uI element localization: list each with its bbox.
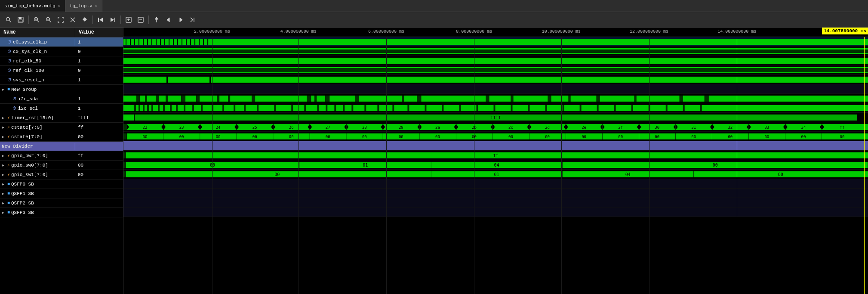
tab-tg[interactable]: tg_top.v ✕ xyxy=(65,0,102,12)
signal-row-gpio-sw1[interactable]: ▶ ⚡ gpio_sw1[7:0] 00 xyxy=(0,170,123,179)
signal-row-cstate2[interactable]: ▶ ⚡ cstate[7:0] 00 xyxy=(0,132,123,142)
signal-row-qsfp3[interactable]: ▶ ■ QSFP3 SB xyxy=(0,208,123,217)
svg-rect-134 xyxy=(351,105,353,111)
signal-row-gpio-sw0[interactable]: ▶ ⚡ gpio_sw0[7:0] 00 xyxy=(0,161,123,170)
waveform-area[interactable]: ffff 22 23 xyxy=(123,37,868,294)
svg-rect-64 xyxy=(140,96,145,102)
tab-sim-close[interactable]: ✕ xyxy=(58,3,61,9)
svg-rect-38 xyxy=(151,39,152,45)
expand-qsfp2[interactable]: ▶ xyxy=(2,201,6,206)
svg-text:00: 00 xyxy=(691,135,696,139)
step-last-button[interactable] xyxy=(188,14,198,26)
signal-row-qsfp0[interactable]: ▶ ■ QSFP0 SB xyxy=(0,179,123,189)
svg-rect-70 xyxy=(168,96,181,102)
expand-qsfp3[interactable]: ▶ xyxy=(2,210,6,215)
signal-label-i2c-sda: i2c_sda xyxy=(18,96,38,102)
zoom-in-button[interactable] xyxy=(31,14,42,26)
waveform-panel[interactable]: 14.007890000 ms 2.000000000 ms 4.0000000… xyxy=(123,28,868,294)
signal-value-qsfp0 xyxy=(75,183,123,185)
signal-row-qsfp2[interactable]: ▶ ■ QSFP2 SB xyxy=(0,198,123,208)
signal-row-i2c-scl[interactable]: ⏱ i2c_scl 1 xyxy=(0,104,123,113)
svg-rect-45 xyxy=(182,39,182,45)
svg-marker-27 xyxy=(180,18,182,22)
group-icon-qsfp0: ■ xyxy=(7,182,10,186)
svg-rect-34 xyxy=(134,39,135,45)
svg-rect-55 xyxy=(123,58,868,64)
expand-cstate2[interactable]: ▶ xyxy=(2,134,6,139)
svg-rect-65 xyxy=(145,96,147,102)
signal-label-qsfp1: QSFP1 SB xyxy=(11,191,34,196)
svg-rect-54 xyxy=(123,53,868,54)
signal-row-cstate1[interactable]: ▶ ⚡ cstate[7:0] ff xyxy=(0,123,123,132)
wave-svg-cstate2: /* handled below */ 00 00 00 00 xyxy=(123,132,868,141)
signal-row-c0-sys-clk-p[interactable]: ⏱ c0_sys_clk_p 1 xyxy=(0,37,123,47)
signal-row-gpio-pwr[interactable]: ▶ ⚡ gpio_pwr[7:0] ff xyxy=(0,151,123,161)
tab-sim[interactable]: sim_top_behav.wcfg ✕ xyxy=(0,0,65,12)
svg-rect-117 xyxy=(170,105,172,111)
signal-row-timer-rst[interactable]: ▶ ⚡ timer_rst[15:0] ffff xyxy=(0,113,123,123)
svg-rect-156 xyxy=(123,115,134,121)
svg-rect-66 xyxy=(147,96,156,102)
save-button[interactable] xyxy=(15,14,26,26)
clock-icon-i2c-sda: ⏱ xyxy=(12,96,17,102)
svg-text:00: 00 xyxy=(618,135,623,139)
signal-row-ref-clk-100[interactable]: ⏱ ref_clk_100 0 xyxy=(0,66,123,75)
wave-svg-gpio-pwr: ff xyxy=(123,151,868,160)
add-trace-button[interactable] xyxy=(123,14,134,26)
bus-icon-gpio-pwr: ⚡ xyxy=(7,153,10,158)
expand-gpio-sw1[interactable]: ▶ xyxy=(2,172,6,177)
svg-rect-48 xyxy=(194,39,195,45)
signal-label-c0-sys-clk-n: c0_sys_clk_n xyxy=(13,49,47,54)
expand-timer-rst[interactable]: ▶ xyxy=(2,115,6,121)
select-button[interactable] xyxy=(68,14,78,26)
expand-gpio-pwr[interactable]: ▶ xyxy=(2,153,6,158)
step-next-button[interactable] xyxy=(175,14,186,26)
svg-rect-41 xyxy=(164,39,165,45)
bus-icon-gpio-sw1: ⚡ xyxy=(7,172,10,177)
svg-rect-47 xyxy=(190,39,191,45)
signal-row-new-group[interactable]: ▶ ■ New Group xyxy=(0,85,123,94)
step-prev-button[interactable] xyxy=(163,14,174,26)
svg-text:00: 00 xyxy=(728,135,733,139)
svg-rect-35 xyxy=(139,39,139,45)
marker-button[interactable] xyxy=(80,14,90,26)
svg-rect-133 xyxy=(343,105,345,111)
panel-header: Name Value xyxy=(0,28,123,37)
go-end-button[interactable] xyxy=(108,14,118,26)
go-start-button[interactable] xyxy=(95,14,106,26)
ruler-marks-area: 2.000000000 ms 4.000000000 ms 6.00000000… xyxy=(123,28,868,37)
expand-new-group[interactable]: ▶ xyxy=(2,87,6,92)
svg-rect-84 xyxy=(317,96,325,102)
signal-value-ref-clk-50: 1 xyxy=(75,58,123,65)
expand-qsfp0[interactable]: ▶ xyxy=(2,182,6,187)
svg-rect-302 xyxy=(123,152,126,158)
signal-row-qsfp1[interactable]: ▶ ■ QSFP1 SB xyxy=(0,189,123,198)
waveform-cstate1: 22 23 24 25 xyxy=(123,122,868,132)
svg-rect-128 xyxy=(291,105,293,111)
fit-button[interactable] xyxy=(55,14,66,26)
expand-gpio-sw0[interactable]: ▶ xyxy=(2,163,6,168)
signal-row-sys-reset[interactable]: ⏱ sys_reset_n 1 xyxy=(0,75,123,85)
signal-row-c0-sys-clk-n[interactable]: ⏱ c0_sys_clk_n 0 xyxy=(0,47,123,56)
svg-rect-93 xyxy=(486,96,489,102)
remove-trace-button[interactable] xyxy=(135,14,146,26)
svg-rect-148 xyxy=(580,105,582,111)
wave-svg-timer-rst: ffff xyxy=(123,113,868,122)
tab-tg-close[interactable]: ✕ xyxy=(95,3,98,9)
signal-label-timer-rst: timer_rst[15:0] xyxy=(11,115,54,121)
search-button[interactable] xyxy=(3,14,14,26)
signal-list[interactable]: ⏱ c0_sys_clk_p 1 ⏱ c0_sys_clk_n 0 ⏱ xyxy=(0,37,123,294)
svg-rect-106 xyxy=(683,96,705,102)
expand-cstate1[interactable]: ▶ xyxy=(2,125,6,130)
expand-qsfp1[interactable]: ▶ xyxy=(2,191,6,196)
step-up-button[interactable] xyxy=(151,14,162,26)
zoom-out-button[interactable] xyxy=(43,14,54,26)
svg-rect-119 xyxy=(184,105,185,111)
signal-row-ref-clk-50[interactable]: ⏱ ref_clk_50 1 xyxy=(0,56,123,66)
svg-rect-31 xyxy=(123,39,868,45)
svg-text:00: 00 xyxy=(655,135,659,139)
signal-row-i2c-sda[interactable]: ⏱ i2c_sda 1 xyxy=(0,94,123,104)
waveform-gpio-pwr: ff xyxy=(123,151,868,160)
svg-rect-94 xyxy=(489,96,511,102)
ruler-mark-14ms: 14.000000000 ms xyxy=(717,29,756,34)
